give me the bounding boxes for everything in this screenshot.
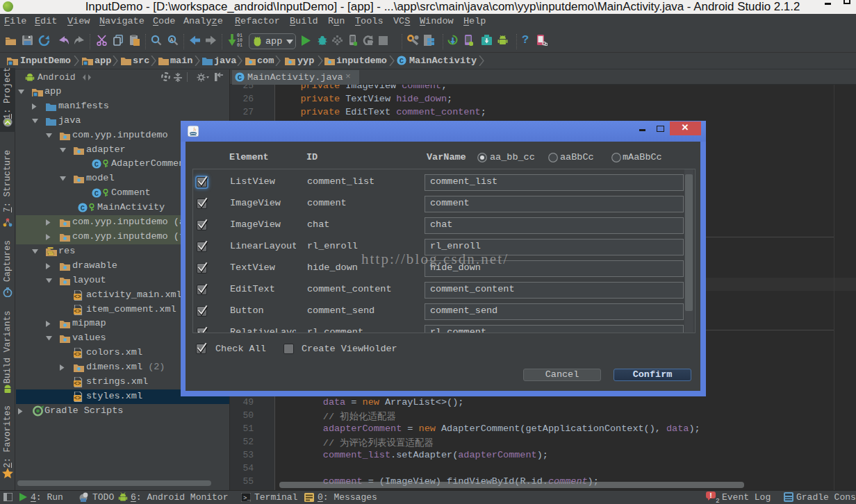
svg-text:C: C bbox=[400, 57, 404, 65]
svg-text:<>: <> bbox=[74, 294, 81, 301]
svg-text:A: A bbox=[170, 37, 173, 43]
svg-text:<>: <> bbox=[74, 308, 81, 315]
svg-text:C: C bbox=[94, 160, 99, 169]
svg-text:C: C bbox=[81, 204, 85, 212]
svg-text:<>: <> bbox=[74, 395, 81, 402]
svg-text:C: C bbox=[238, 74, 242, 82]
svg-text:2: 2 bbox=[716, 497, 720, 503]
svg-text:>_: >_ bbox=[243, 495, 251, 502]
svg-text:<>: <> bbox=[74, 351, 81, 358]
svg-text:C: C bbox=[94, 190, 99, 198]
svg-text:<>: <> bbox=[74, 380, 81, 387]
svg-text:!: ! bbox=[709, 492, 713, 500]
